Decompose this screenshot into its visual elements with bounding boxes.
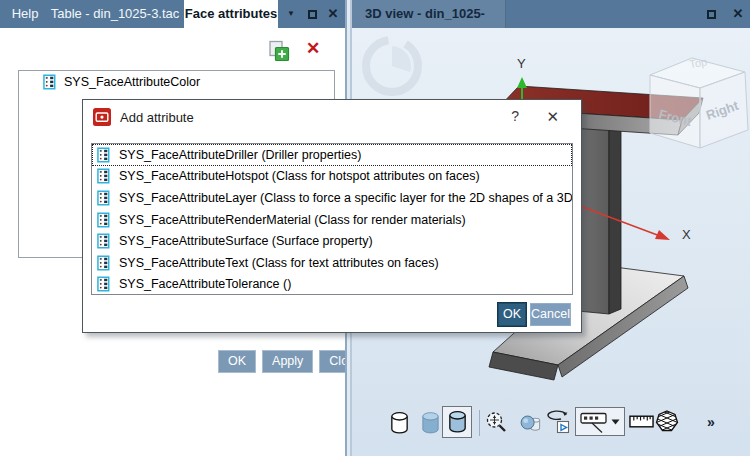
apply-button[interactable]: Apply — [262, 350, 313, 373]
measure-button[interactable] — [629, 414, 654, 430]
attribute-choices-list[interactable]: SYS_FaceAttributeDriller (Driller proper… — [91, 143, 573, 295]
add-attribute-button[interactable] — [266, 40, 290, 62]
attribute-class-icon — [43, 74, 58, 90]
ok-button[interactable]: OK — [218, 350, 256, 373]
dialog-ok-button[interactable]: OK — [498, 303, 526, 326]
attribute-class-icon — [97, 233, 112, 249]
tab-face-attributes[interactable]: Face attributes — [184, 0, 278, 28]
attribute-label: SYS_FaceAttributeHotspot (Class for hots… — [119, 169, 480, 183]
attribute-list-item[interactable]: SYS_FaceAttributeTolerance () — [92, 274, 572, 295]
watermark-logo — [366, 40, 418, 92]
attribute-list-item[interactable]: SYS_FaceAttributeSurface (Surface proper… — [92, 230, 572, 252]
y-axis-label: Y — [517, 56, 526, 71]
x-axis-label: X — [682, 227, 691, 242]
shaded-edges-view-button[interactable] — [442, 406, 472, 438]
attribute-label: SYS_FaceAttributeLayer (Class to force a… — [119, 191, 573, 205]
shading-objects-button[interactable] — [519, 412, 542, 435]
rotate-play-icon — [545, 408, 571, 436]
toolbar-overflow[interactable]: » — [707, 414, 715, 430]
attribute-class-icon — [97, 212, 112, 228]
attribute-list-item[interactable]: SYS_FaceAttributeDriller (Driller proper… — [92, 144, 572, 166]
attribute-list-item[interactable]: SYS_FaceAttributeText (Class for text at… — [92, 252, 572, 274]
attribute-class-icon — [97, 168, 112, 184]
view-cube[interactable]: Front Right Top — [650, 55, 748, 148]
mesh-sphere-icon — [655, 409, 679, 433]
wireframe-cylinder-icon — [388, 411, 411, 436]
attribute-class-icon — [97, 190, 112, 206]
shaded-edges-cylinder-icon — [446, 410, 469, 435]
attribute-label: SYS_FaceAttributeRenderMaterial (Class f… — [119, 213, 466, 227]
attribute-list-item[interactable]: SYS_FaceAttributeHotspot (Class for hots… — [92, 166, 572, 188]
sphere-cylinder-icon — [519, 412, 542, 435]
dialog-title: Add attribute — [120, 110, 194, 125]
zoom-magnifier-icon — [484, 410, 509, 435]
add-icon — [266, 40, 290, 62]
add-attribute-dialog: Add attribute ? ✕ SYS_FaceAttributeDrill… — [82, 99, 582, 333]
maximize-icon[interactable] — [302, 0, 322, 28]
dialog-cancel-button[interactable]: Cancel — [530, 303, 571, 326]
delete-attribute-button[interactable]: ✕ — [302, 38, 324, 62]
attribute-class-icon — [97, 276, 112, 292]
toolbar-separator — [479, 410, 480, 436]
close-icon[interactable]: ✕ — [728, 0, 748, 28]
attribute-class-icon — [97, 147, 112, 163]
attribute-label: SYS_FaceAttributeColor — [64, 75, 200, 89]
dropdown-arrow-icon[interactable] — [611, 419, 620, 425]
attribute-label: SYS_FaceAttributeDriller (Driller proper… — [119, 148, 361, 162]
dialog-close-button[interactable]: ✕ — [546, 108, 559, 126]
attribute-label: SYS_FaceAttributeSurface (Surface proper… — [119, 234, 373, 248]
tab-3d-view[interactable]: 3D view - din_1025-3.3db — [352, 0, 506, 28]
dimension-tool-group[interactable] — [575, 407, 625, 436]
close-icon[interactable]: ✕ — [323, 0, 343, 28]
tab-table[interactable]: Table - din_1025-3.tac — [46, 0, 184, 28]
rotation-animation-button[interactable] — [545, 408, 571, 436]
attribute-list-item[interactable]: SYS_FaceAttributeRenderMaterial (Class f… — [92, 209, 572, 231]
shaded-view-button[interactable] — [419, 411, 442, 436]
application-window: Help Table - din_1025-3.tac Face attribu… — [0, 0, 750, 456]
attribute-label: SYS_FaceAttributeTolerance () — [119, 277, 291, 291]
app-logo-icon — [93, 108, 111, 126]
dialog-help-button[interactable]: ? — [511, 108, 519, 124]
zoom-fit-button[interactable] — [484, 410, 509, 435]
ruler-icon — [629, 414, 654, 430]
chevron-down-icon[interactable]: ▼ — [282, 0, 300, 28]
attribute-list-item[interactable]: SYS_FaceAttributeLayer (Class to force a… — [92, 187, 572, 209]
attribute-label: SYS_FaceAttributeText (Class for text at… — [119, 256, 439, 270]
wireframe-view-button[interactable] — [388, 411, 411, 436]
menu-help[interactable]: Help — [4, 0, 46, 28]
dialog-titlebar[interactable]: Add attribute — [83, 100, 581, 132]
attribute-class-icon — [97, 255, 112, 271]
shaded-cylinder-icon — [419, 411, 442, 436]
dimension-callout-icon — [579, 411, 609, 435]
maximize-icon[interactable] — [700, 0, 722, 28]
list-item[interactable]: SYS_FaceAttributeColor — [19, 71, 334, 92]
mesh-display-button[interactable] — [655, 409, 679, 433]
